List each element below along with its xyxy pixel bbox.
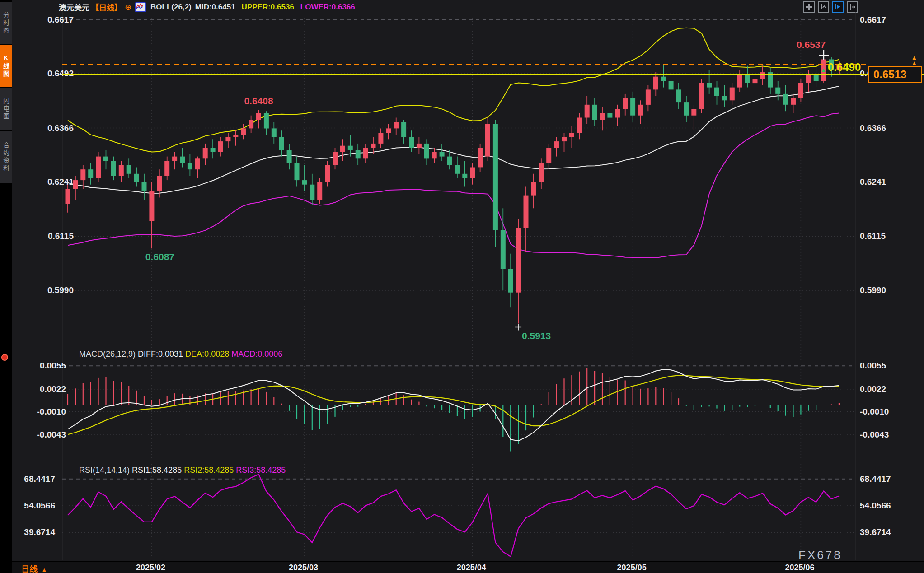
candle-body[interactable] xyxy=(295,163,300,180)
candle-body[interactable] xyxy=(203,148,208,158)
candle-body[interactable] xyxy=(172,157,177,161)
candle-body[interactable] xyxy=(394,122,399,128)
candle-body[interactable] xyxy=(722,96,727,101)
candle-body[interactable] xyxy=(417,144,422,148)
candle-body[interactable] xyxy=(447,157,452,165)
candle-body[interactable] xyxy=(256,113,261,120)
candle-body[interactable] xyxy=(401,122,406,137)
candle-body[interactable] xyxy=(485,124,490,157)
candle-body[interactable] xyxy=(409,137,414,148)
candle-body[interactable] xyxy=(737,75,742,88)
candle-body[interactable] xyxy=(103,157,108,161)
candle-body[interactable] xyxy=(180,157,185,163)
candle-body[interactable] xyxy=(325,165,330,182)
candle-body[interactable] xyxy=(730,88,735,101)
candle-body[interactable] xyxy=(249,120,253,128)
candle-body[interactable] xyxy=(493,124,498,230)
candle-body[interactable] xyxy=(630,98,635,116)
candle-body[interactable] xyxy=(623,98,628,109)
candle-body[interactable] xyxy=(478,148,483,167)
candle-body[interactable] xyxy=(699,83,704,109)
candle-body[interactable] xyxy=(233,135,238,137)
candle-body[interactable] xyxy=(470,168,475,178)
candlestick-chart-canvas[interactable]: 0.66170.66170.64920.64920.63660.63660.62… xyxy=(0,0,924,573)
candle-body[interactable] xyxy=(753,79,758,84)
candle-body[interactable] xyxy=(592,105,597,120)
candle-body[interactable] xyxy=(348,146,353,150)
candle-body[interactable] xyxy=(684,102,689,116)
candle-body[interactable] xyxy=(783,94,788,105)
candle-body[interactable] xyxy=(371,144,376,148)
candle-body[interactable] xyxy=(462,174,467,178)
candle-body[interactable] xyxy=(119,165,124,176)
candle-body[interactable] xyxy=(287,150,292,163)
candle-body[interactable] xyxy=(264,113,269,129)
candle-body[interactable] xyxy=(195,158,200,169)
candle-body[interactable] xyxy=(73,180,78,189)
candle-body[interactable] xyxy=(455,165,460,174)
candle-body[interactable] xyxy=(646,89,651,105)
candle-body[interactable] xyxy=(577,118,582,133)
candle-body[interactable] xyxy=(661,77,666,81)
candle-body[interactable] xyxy=(333,152,338,165)
candle-body[interactable] xyxy=(142,182,147,191)
candle-body[interactable] xyxy=(218,141,223,152)
candle-body[interactable] xyxy=(241,128,246,135)
candle-body[interactable] xyxy=(691,109,696,115)
candle-body[interactable] xyxy=(806,75,811,83)
candle-body[interactable] xyxy=(302,180,307,185)
candle-body[interactable] xyxy=(272,128,277,137)
candle-body[interactable] xyxy=(378,133,383,144)
candle-body[interactable] xyxy=(127,165,131,174)
candle-body[interactable] xyxy=(356,150,361,158)
candle-body[interactable] xyxy=(714,88,719,96)
candle-body[interactable] xyxy=(669,81,674,89)
candle-body[interactable] xyxy=(363,148,368,158)
candle-body[interactable] xyxy=(760,72,765,79)
candle-body[interactable] xyxy=(164,161,169,176)
candle-body[interactable] xyxy=(225,137,230,142)
candle-body[interactable] xyxy=(562,137,567,142)
candle-body[interactable] xyxy=(386,128,391,133)
candle-body[interactable] xyxy=(508,269,513,293)
candle-body[interactable] xyxy=(600,113,605,120)
candle-body[interactable] xyxy=(96,157,101,178)
candle-body[interactable] xyxy=(554,141,559,148)
candle-body[interactable] xyxy=(440,152,445,157)
candle-body[interactable] xyxy=(585,105,590,118)
candle-body[interactable] xyxy=(134,174,139,182)
candle-body[interactable] xyxy=(157,176,162,191)
candle-body[interactable] xyxy=(516,228,521,292)
candle-body[interactable] xyxy=(66,189,70,204)
candle-body[interactable] xyxy=(745,75,750,83)
candle-body[interactable] xyxy=(80,169,85,180)
period-selector[interactable]: 日线▲ xyxy=(21,563,47,573)
candle-body[interactable] xyxy=(317,182,322,200)
candle-body[interactable] xyxy=(310,185,314,200)
candle-body[interactable] xyxy=(569,133,574,137)
candle-body[interactable] xyxy=(814,75,819,81)
candle-body[interactable] xyxy=(775,88,780,94)
candle-body[interactable] xyxy=(188,163,192,169)
candle-body[interactable] xyxy=(340,146,345,152)
hline-handle-icon[interactable]: ▲ xyxy=(821,66,826,73)
candle-body[interactable] xyxy=(615,109,620,117)
candle-body[interactable] xyxy=(546,148,551,163)
candle-body[interactable] xyxy=(798,83,803,98)
candle-body[interactable] xyxy=(707,83,712,88)
candle-body[interactable] xyxy=(501,230,506,269)
candle-body[interactable] xyxy=(638,105,643,116)
candle-body[interactable] xyxy=(791,98,796,105)
candle-body[interactable] xyxy=(424,144,429,159)
candle-body[interactable] xyxy=(524,196,529,228)
candle-body[interactable] xyxy=(211,148,216,152)
candle-body[interactable] xyxy=(88,169,93,178)
candle-body[interactable] xyxy=(432,152,437,158)
candle-body[interactable] xyxy=(531,182,536,196)
candle-body[interactable] xyxy=(149,191,154,221)
candle-body[interactable] xyxy=(279,137,284,150)
candle-body[interactable] xyxy=(111,161,116,176)
candle-body[interactable] xyxy=(607,113,612,118)
candle-body[interactable] xyxy=(539,163,544,182)
candle-body[interactable] xyxy=(653,77,658,90)
